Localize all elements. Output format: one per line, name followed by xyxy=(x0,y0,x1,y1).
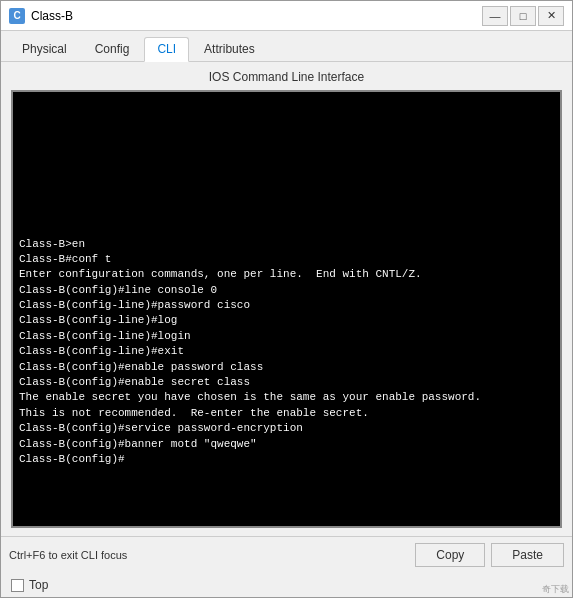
section-title: IOS Command Line Interface xyxy=(11,70,562,84)
title-bar: C Class-B — □ ✕ xyxy=(1,1,572,31)
minimize-button[interactable]: — xyxy=(482,6,508,26)
tabs-bar: Physical Config CLI Attributes xyxy=(1,31,572,62)
bottom-bar: Ctrl+F6 to exit CLI focus Copy Paste xyxy=(1,536,572,573)
status-text: Ctrl+F6 to exit CLI focus xyxy=(9,549,409,561)
tab-config[interactable]: Config xyxy=(82,37,143,61)
tab-cli[interactable]: CLI xyxy=(144,37,189,62)
maximize-button[interactable]: □ xyxy=(510,6,536,26)
copy-button[interactable]: Copy xyxy=(415,543,485,567)
main-window: C Class-B — □ ✕ Physical Config CLI Attr… xyxy=(0,0,573,598)
title-bar-buttons: — □ ✕ xyxy=(482,6,564,26)
watermark: 奇下载 xyxy=(542,583,569,596)
content-area: IOS Command Line Interface Class-B>en Cl… xyxy=(1,62,572,536)
tab-attributes[interactable]: Attributes xyxy=(191,37,268,61)
window-icon: C xyxy=(9,8,25,24)
paste-button[interactable]: Paste xyxy=(491,543,564,567)
tab-physical[interactable]: Physical xyxy=(9,37,80,61)
cli-output[interactable]: Class-B>en Class-B#conf t Enter configur… xyxy=(13,92,560,526)
close-button[interactable]: ✕ xyxy=(538,6,564,26)
top-checkbox[interactable] xyxy=(11,579,24,592)
footer-bar: Top 奇下载 xyxy=(1,573,572,597)
top-label: Top xyxy=(29,578,48,592)
window-title: Class-B xyxy=(31,9,482,23)
cli-container: Class-B>en Class-B#conf t Enter configur… xyxy=(11,90,562,528)
